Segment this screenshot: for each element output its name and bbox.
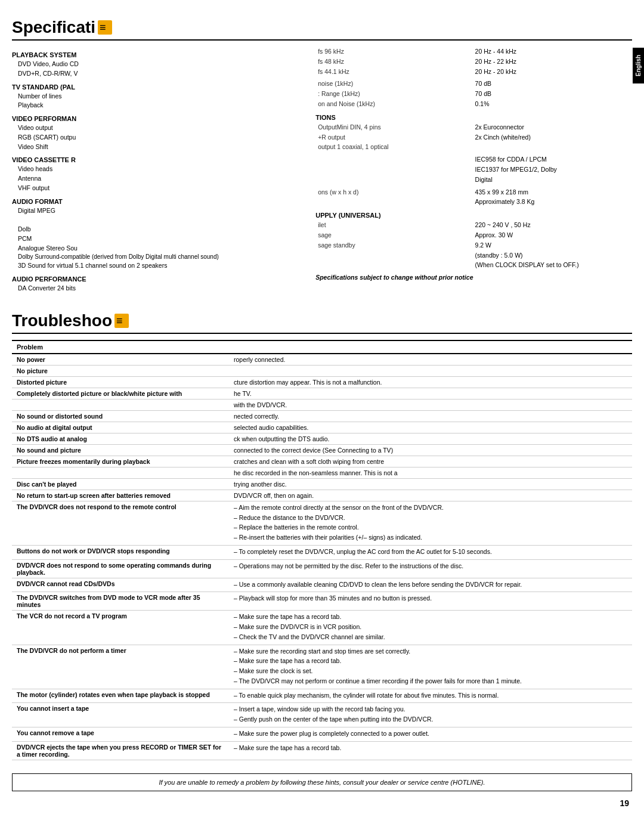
table-row: DVD/VCR ejects the tape when you press R…	[12, 741, 632, 760]
solution-cell: Make sure the tape has a record tab.	[229, 741, 632, 760]
spec-tions-row-1: OutputMini DIN, 4 pins 2x Euroconnector	[315, 122, 632, 132]
spec-digital-val-3: Digital	[475, 175, 632, 185]
table-row: No sound and pictureconnected to the cor…	[12, 444, 632, 456]
spec-item-playback-2: DVD+R, CD-R/RW, V	[12, 69, 298, 79]
problem-cell: No DTS audio at analog	[12, 433, 229, 444]
table-header-problem: Problem	[12, 340, 229, 354]
spec-tions-row-3: output 1 coaxial, 1 optical	[315, 142, 632, 152]
spec-item-tv-1: Number of lines	[12, 92, 298, 101]
spec-digital-label-3	[318, 175, 475, 185]
spec-tions-label-3: output 1 coaxial, 1 optical	[318, 142, 475, 152]
spec-item-ap-1: DA Converter 24 bits	[12, 284, 298, 293]
trouble-title-text: Troubleshoo	[12, 311, 112, 330]
spec-digital-row-2: IEC1937 for MPEG1/2, Dolby	[315, 165, 632, 175]
problem-cell: Buttons do not work or DVD/VCR stops res…	[12, 545, 229, 559]
spec-item-af-2	[12, 215, 298, 225]
spec-tions-row-2: +R output 2x Cinch (white/red)	[315, 132, 632, 143]
problem-cell: DVD/VCR ejects the tape when you press R…	[12, 741, 229, 760]
spec-supply-title: UPPLY (UNIVERSAL)	[315, 212, 632, 219]
spec-noise-val-3: 0.1%	[475, 99, 632, 109]
spec-tions-val-2: 2x Cinch (white/red)	[475, 132, 632, 143]
spec-dim-label-2	[318, 197, 475, 207]
problem-cell: DVD/VCR cannot read CDs/DVDs	[12, 578, 229, 592]
trouble-title-icon	[114, 314, 129, 328]
spec-tions-label-1: OutputMini DIN, 4 pins	[318, 122, 475, 132]
solution-item: Aim the remote control directly at the s…	[234, 503, 627, 513]
table-row: The VCR do not record a TV programMake s…	[12, 611, 632, 645]
spec-supply-label-3: sage standby	[318, 240, 475, 250]
problem-cell: Picture freezes momentarily during playb…	[12, 456, 229, 467]
spec-item-vcr-2: Antenna	[12, 174, 298, 184]
table-row: Completely distorted picture or black/wh…	[12, 388, 632, 399]
spec-digital-label-2	[318, 165, 475, 175]
solution-item: Make sure the clock is set.	[234, 667, 627, 676]
problem-cell: DVD/VCR does not respond to some operati…	[12, 559, 229, 578]
solution-cell: Insert a tape, window side up with the r…	[229, 703, 632, 727]
problem-cell: You cannot insert a tape	[12, 703, 229, 727]
spec-supply-val-1: 220 ~ 240 V , 50 Hz	[475, 220, 632, 230]
spec-noise-label-2: : Range (1kHz)	[318, 89, 475, 99]
solution-item: The DVD/VCR may not perform or continue …	[234, 677, 627, 686]
spec-cat-audio-perf: AUDIO PERFORMANCE	[12, 275, 298, 283]
table-row: The DVD/VCR does not respond to the remo…	[12, 501, 632, 545]
spec-freq-row-3: fs 44.1 kHz 20 Hz - 20 kHz	[315, 67, 632, 77]
spec-item-af-3: Dolb	[12, 225, 298, 234]
solution-cell: Operations may not be permitted by the d…	[229, 559, 632, 578]
spec-noise-val-2: 70 dB	[475, 89, 632, 99]
solution-cell: Make sure the recording start and stop t…	[229, 645, 632, 689]
spec-dim-row-2: Approximately 3.8 Kg	[315, 197, 632, 207]
problem-cell: No audio at digital output	[12, 422, 229, 433]
solution-cell: To completely reset the DVD/VCR, unplug …	[229, 545, 632, 559]
solution-cell: connected to the correct device (See Con…	[229, 444, 632, 456]
spec-title: Specificati	[12, 18, 632, 41]
spec-supply-row-3: sage standby 9.2 W	[315, 240, 632, 250]
solution-cell	[229, 365, 632, 376]
footer-note: If you are unable to remedy a problem by…	[12, 773, 632, 791]
solution-cell: Playback will stop for more than 35 minu…	[229, 592, 632, 611]
problem-cell: The DVD/VCR switches from DVD mode to VC…	[12, 592, 229, 611]
solution-cell: selected audio capabilities.	[229, 422, 632, 433]
spec-columns: PLAYBACK SYSTEM DVD Video, Audio CD DVD+…	[12, 47, 632, 293]
solution-item: Reduce the distance to the DVD/VCR.	[234, 513, 627, 523]
problem-cell	[12, 399, 229, 410]
table-row: You cannot remove a tapeMake sure the po…	[12, 727, 632, 741]
spec-freq-label-2: fs 48 kHz	[318, 57, 475, 67]
table-row: No audio at digital outputselected audio…	[12, 422, 632, 433]
solution-cell: nected correctly.	[229, 410, 632, 422]
trouble-title: Troubleshoo	[12, 311, 632, 334]
spec-digital-val-1: IEC958 for CDDA / LPCM	[475, 154, 632, 165]
spec-freq-val-2: 20 Hz - 22 kHz	[475, 57, 632, 67]
problem-cell: No picture	[12, 365, 229, 376]
table-row: The motor (cylinder) rotates even when t…	[12, 689, 632, 703]
spec-noise-label-1: noise (1kHz)	[318, 79, 475, 89]
solution-cell: Make sure the tape has a record tab.Make…	[229, 611, 632, 645]
solution-item: Replace the batteries in the remote cont…	[234, 523, 627, 532]
spec-supply-row-4: (standby : 5.0 W)	[315, 250, 632, 261]
spec-digital-val-2: IEC1937 for MPEG1/2, Dolby	[475, 165, 632, 175]
solution-cell: To enable quick play mechanism, the cyli…	[229, 689, 632, 703]
spec-item-af-7: 3D Sound for virtual 5.1 channel sound o…	[12, 261, 298, 271]
solution-item: Use a commonly available cleaning CD/DVD…	[234, 580, 627, 590]
spec-freq-row-1: fs 96 kHz 20 Hz - 44 kHz	[315, 47, 632, 57]
spec-tions-label-2: +R output	[318, 132, 475, 143]
solution-item: Playback will stop for more than 35 minu…	[234, 594, 627, 603]
spec-digital-row-1: IEC958 for CDDA / LPCM	[315, 154, 632, 165]
spec-right-tions: OutputMini DIN, 4 pins 2x Euroconnector …	[315, 122, 632, 152]
spec-tions-val-1: 2x Euroconnector	[475, 122, 632, 132]
solution-item: Make sure the recording start and stop t…	[234, 647, 627, 657]
table-row: Picture freezes momentarily during playb…	[12, 456, 632, 467]
solution-item: Make sure the tape has a record tab.	[234, 612, 627, 622]
spec-right-freq: fs 96 kHz 20 Hz - 44 kHz fs 48 kHz 20 Hz…	[315, 47, 632, 76]
spec-dim-val-2: Approximately 3.8 Kg	[475, 197, 632, 207]
table-row: he disc recorded in the non-seamless man…	[12, 467, 632, 478]
spec-dim-label-1: ons (w x h x d)	[318, 187, 475, 197]
table-row: You cannot insert a tapeInsert a tape, w…	[12, 703, 632, 727]
table-row: Distorted picturecture distortion may ap…	[12, 376, 632, 388]
spec-noise-row-2: : Range (1kHz) 70 dB	[315, 89, 632, 99]
spec-noise-val-1: 70 dB	[475, 79, 632, 89]
solution-item: To completely reset the DVD/VCR, unplug …	[234, 547, 627, 557]
troubleshooting-section: Troubleshoo Problem No powerroperly conn…	[0, 305, 644, 766]
spec-item-vcr-1: Video heads	[12, 165, 298, 174]
spec-item-af-1: Digital MPEG	[12, 206, 298, 216]
table-row: Disc can't be playedtrying another disc.	[12, 478, 632, 490]
